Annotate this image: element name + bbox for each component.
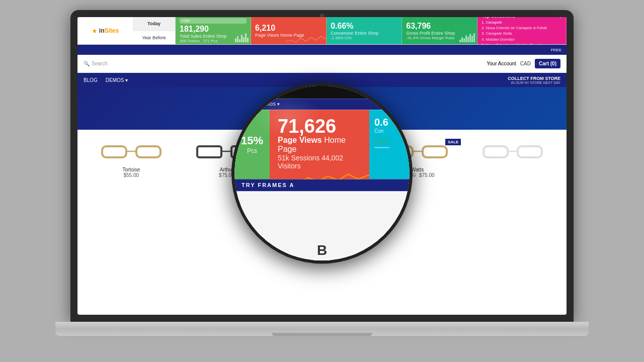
conversion-sub: -1.58% C/O: [331, 36, 397, 40]
laptop-base: [55, 322, 589, 336]
mag-big-number: 71,626: [278, 117, 361, 136]
pageviews-number: 6,210: [255, 24, 322, 33]
mag-conv-num: 0.6: [374, 117, 405, 128]
cart-button[interactable]: Cart (0): [535, 59, 560, 68]
collection-item-3: 3. Canapele Stofa: [481, 31, 562, 36]
nav-demos[interactable]: DEMOS ▾: [106, 77, 128, 83]
magnifier-overlay: BLOG DEMOS ▾ 15% Pcs 7: [231, 82, 413, 263]
mag-center-tile: 71,626 Page Views Home Page 51k Sessions…: [270, 110, 369, 179]
mag-percent: 15%: [241, 134, 263, 147]
mag-desc: Page Views Home Page: [278, 136, 361, 154]
today-button[interactable]: Today: [133, 17, 175, 31]
mag-left-tile: 15% Pcs: [234, 110, 270, 179]
svg-rect-16: [518, 146, 542, 157]
mag-sparkline: [278, 170, 361, 179]
search-box[interactable]: 🔍 Search: [84, 61, 108, 66]
store-top-nav: FREE: [77, 45, 567, 55]
glasses-svg-last: [482, 141, 543, 161]
mag-sub: 51k Sessions 44,002 Visitors: [278, 154, 361, 170]
collect-title: COLLECT FROM STORE: [508, 76, 560, 81]
pageviews-sparkline: [286, 34, 326, 44]
top-collections-tile: Top Collections Yesterday 1. Canapele 2.…: [477, 17, 567, 44]
collection-item-5: 5. Noua Colectie de Mobilier Dormitor: [481, 42, 562, 44]
collection-item-1: 1. Canapele: [481, 20, 562, 25]
mag-products: B: [234, 191, 410, 260]
mag-right-tile: 0.6 Con ▲2.2: [369, 110, 410, 179]
magnifier-inner: BLOG DEMOS ▾ 15% Pcs 7: [234, 85, 410, 260]
svg-rect-15: [484, 146, 508, 157]
mag-sparkline-svg: [278, 170, 369, 179]
collection-item-2: 2. Noua Colectie de Canapele si Fotolii: [481, 25, 562, 31]
free-text: FREE: [551, 48, 561, 52]
mag-conv-label: Con: [374, 128, 405, 134]
mini-bars-chart: [235, 32, 249, 42]
conversion-number: 0.66%: [331, 22, 397, 31]
svg-rect-0: [102, 146, 126, 157]
mag-conv-bar: [374, 147, 389, 148]
logo-text: inSites: [99, 27, 119, 34]
gross-profit-tile: 63,796 Gross Profit Entire Shop -41.9% G…: [402, 17, 477, 44]
laptop-container: ★ inSites Today Year Before +3% 181,290 …: [45, 10, 599, 352]
svg-rect-1: [136, 146, 160, 157]
svg-rect-11: [423, 146, 447, 157]
mag-conv-up: ▲2.2: [374, 138, 405, 144]
search-icon: 🔍: [84, 61, 90, 66]
screen-content: ★ inSites Today Year Before +3% 181,290 …: [77, 17, 567, 315]
collections-date: Yesterday: [544, 17, 562, 18]
year-before-button[interactable]: Year Before: [133, 31, 175, 45]
mag-tiles: 15% Pcs 71,626 Page Views Home Page 51k …: [234, 110, 410, 179]
insites-logo: ★ inSites: [77, 17, 133, 44]
sale-badge: SALE: [445, 139, 461, 145]
collect-store-info: COLLECT FROM STORE IN OUR NY STORE NEXT …: [508, 76, 560, 84]
product-card-last: [465, 135, 560, 182]
glasses-svg-tortoise: [101, 141, 162, 161]
collections-title: Top Collections: [481, 17, 515, 19]
product-name-tortoise: Tortoise: [122, 167, 140, 172]
mag-prod-letter: B: [317, 242, 327, 258]
date-buttons: Today Year Before: [133, 17, 176, 44]
mag-dark-top: [234, 85, 410, 99]
search-label: Search: [92, 61, 108, 66]
mag-pcs: Pcs: [247, 147, 257, 154]
logo-icon: ★: [92, 27, 98, 35]
collections-list: 1. Canapele 2. Noua Colectie de Canapele…: [481, 20, 562, 44]
conversion-label: Conversion Entire Shop: [331, 31, 397, 36]
profit-mini-bars: [459, 32, 475, 42]
product-image-tortoise: [101, 139, 162, 164]
collection-item-4: 4. Mobilier Dormitor: [481, 37, 562, 42]
conversion-tile: 0.66% Conversion Entire Shop -1.58% C/O: [327, 17, 402, 44]
currency-selector[interactable]: CAD: [520, 61, 531, 66]
sales-badge: +3%: [180, 18, 247, 24]
mag-bottom-banner: TRY FRAMES A: [234, 179, 410, 191]
magnifier-content: BLOG DEMOS ▾ 15% Pcs 7: [234, 85, 410, 260]
analytics-bar: ★ inSites Today Year Before +3% 181,290 …: [77, 17, 567, 45]
sale-price-watts: $75.00: [419, 172, 435, 178]
product-price-tortoise: $55.00: [124, 172, 139, 178]
product-image-last: [482, 139, 543, 164]
product-card-tortoise[interactable]: Tortoise $55.00: [84, 135, 179, 182]
product-name-watts: Watts: [411, 167, 424, 172]
svg-rect-5: [197, 146, 221, 157]
mag-nav-demos: DEMOS ▾: [259, 102, 280, 107]
store-header: 🔍 Search Your Account CAD Cart (0): [77, 55, 567, 73]
total-sales-tile: +3% 181,290 Total Sales Entire Shop 306 …: [176, 17, 251, 44]
collect-subtitle: IN OUR NY STORE NEXT DAY: [508, 81, 560, 84]
header-right: Your Account CAD Cart (0): [487, 59, 560, 68]
nav-blog[interactable]: BLOG: [84, 77, 98, 83]
mag-nav-bar: BLOG DEMOS ▾: [234, 99, 410, 110]
laptop-screen: ★ inSites Today Year Before +3% 181,290 …: [70, 10, 574, 322]
page-views-tile: 6,210 Page Views Home Page: [251, 17, 327, 44]
profit-number: 63,796: [406, 22, 473, 31]
account-link[interactable]: Your Account: [487, 61, 516, 66]
mag-nav-blog: BLOG: [239, 102, 252, 107]
mag-banner-text: TRY FRAMES A: [242, 182, 295, 188]
